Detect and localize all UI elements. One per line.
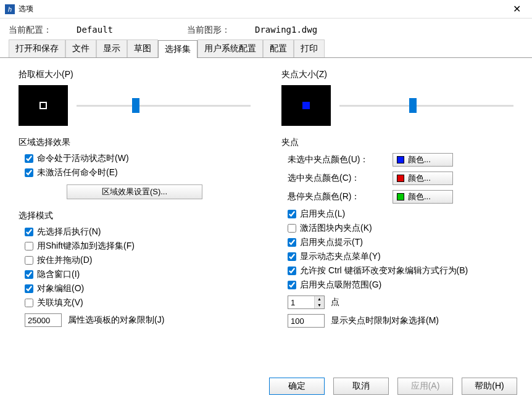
check-command-active[interactable]: 命令处于活动状态时(W) (25, 153, 251, 164)
grip-limit-label: 显示夹点时限制对象选择(M) (331, 315, 439, 326)
tab-用户系统配置[interactable]: 用户系统配置 (197, 39, 263, 57)
help-button[interactable]: 帮助(H) (462, 378, 517, 395)
check-block-grips[interactable]: 激活图块内夹点(K) (288, 223, 513, 234)
tab-打开和保存[interactable]: 打开和保存 (9, 39, 65, 57)
tab-选择集[interactable]: 选择集 (158, 40, 197, 58)
check-shift-add[interactable]: 用Shift键添加到选择集(F) (25, 241, 251, 252)
check-preselect[interactable]: 先选择后执行(N) (25, 226, 251, 238)
check-implied-window[interactable]: 隐含窗口(I) (25, 269, 251, 280)
pickbox-preview (19, 85, 68, 126)
tab-显示[interactable]: 显示 (96, 39, 127, 57)
grips-title: 夹点 (281, 137, 513, 148)
check-ctrl-cycle[interactable]: 允许按 Ctrl 键循环改变对象编辑方式行为(B) (288, 265, 513, 276)
drawing-label: 当前图形： (187, 25, 230, 36)
selected-grip-label: 选中夹点颜色(C)： (288, 173, 393, 184)
area-effect-settings-button[interactable]: 区域效果设置(S)... (67, 184, 202, 199)
window-title: 选项 (19, 4, 507, 14)
snap-unit-label: 点 (331, 297, 339, 308)
area-effect-title: 区域选择效果 (19, 137, 251, 148)
config-value: Default (77, 25, 113, 36)
gripsize-slider[interactable] (339, 99, 513, 112)
check-snap-range[interactable]: 启用夹点吸附范围(G) (288, 279, 513, 291)
ok-button[interactable]: 确定 (269, 378, 325, 395)
hover-grip-label: 悬停夹点颜色(R)： (288, 191, 393, 202)
check-dyn-menu[interactable]: 显示动态夹点菜单(Y) (288, 251, 513, 262)
cancel-button[interactable]: 取消 (333, 378, 389, 395)
check-grip-tips[interactable]: 启用夹点提示(T) (288, 237, 513, 248)
check-press-drag[interactable]: 按住并拖动(D) (25, 255, 251, 266)
check-enable-grips[interactable]: 启用夹点(L) (288, 209, 513, 220)
gripsize-title: 夹点大小(Z) (281, 69, 513, 80)
config-label: 当前配置： (9, 25, 52, 36)
select-mode-title: 选择模式 (19, 210, 251, 221)
check-assoc-hatch[interactable]: 关联填充(V) (25, 297, 251, 308)
tab-文件[interactable]: 文件 (65, 39, 96, 57)
property-limit-input[interactable] (25, 313, 62, 327)
app-icon: h (5, 4, 15, 14)
color-swatch-red (397, 175, 404, 182)
property-limit-label: 属性选项板的对象限制(J) (68, 315, 164, 326)
tab-配置[interactable]: 配置 (263, 39, 294, 57)
gripsize-preview (281, 85, 331, 126)
spinner-down-icon[interactable]: ▼ (314, 302, 324, 308)
color-swatch-blue (397, 156, 404, 163)
hover-grip-color-button[interactable]: 颜色... (393, 190, 453, 204)
selected-grip-color-button[interactable]: 颜色... (393, 172, 453, 185)
unselected-grip-color-button[interactable]: 颜色... (393, 153, 453, 167)
color-swatch-green (397, 193, 404, 200)
close-icon[interactable]: ✕ (507, 1, 527, 17)
unselected-grip-label: 未选中夹点颜色(U)： (288, 154, 393, 165)
pickbox-title: 拾取框大小(P) (19, 69, 251, 80)
check-object-group[interactable]: 对象编组(O) (25, 283, 251, 294)
check-command-inactive[interactable]: 未激活任何命令时(E) (25, 167, 251, 178)
grip-limit-input[interactable] (288, 314, 325, 328)
drawing-value: Drawing1.dwg (255, 25, 317, 36)
spinner-up-icon[interactable]: ▲ (314, 296, 324, 302)
pickbox-slider[interactable] (77, 99, 251, 112)
apply-button[interactable]: 应用(A) (397, 378, 453, 395)
tab-打印[interactable]: 打印 (294, 39, 325, 57)
tab-草图[interactable]: 草图 (127, 39, 158, 57)
